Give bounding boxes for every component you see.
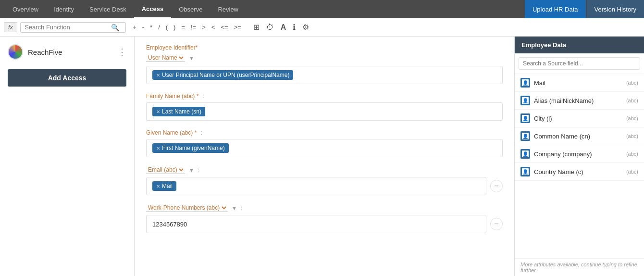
given-chip-label: First Name (givenName) xyxy=(162,145,225,151)
employee-item-name: Mail xyxy=(534,79,622,87)
version-history-button[interactable]: Version History xyxy=(587,0,644,18)
employee-data-search-input[interactable] xyxy=(519,57,640,70)
employee-identifier-field-group: Employee Identifier* User Name ▼ ✕ User … xyxy=(146,44,503,84)
clock-icon-btn[interactable]: ⏱ xyxy=(264,22,276,33)
fx-badge: fx xyxy=(4,22,17,32)
remove-work-phone-button[interactable]: − xyxy=(490,218,503,230)
given-name-colon: : xyxy=(200,129,202,136)
op-divide[interactable]: / xyxy=(156,23,162,32)
employee-icon: 👤 xyxy=(520,113,530,123)
app-name: ReachFive xyxy=(28,48,62,56)
chip-x-icon[interactable]: ✕ xyxy=(156,73,160,78)
email-label: Email (abc) ▼ : xyxy=(146,166,503,174)
nav-item-identity[interactable]: Identity xyxy=(46,0,82,18)
employee-data-item[interactable]: 👤 City (l) (abc) xyxy=(515,110,644,127)
chip-label: User Principal Name or UPN (userPrincipa… xyxy=(162,72,289,78)
op-greater[interactable]: > xyxy=(200,23,208,32)
employee-icon: 👤 xyxy=(520,167,530,176)
family-name-label: Family Name (abc) * : xyxy=(146,93,503,100)
employee-item-type: (abc) xyxy=(626,151,638,157)
op-equals[interactable]: = xyxy=(179,23,187,32)
email-dropdown-arrow: ▼ xyxy=(189,167,194,173)
given-name-chip[interactable]: ✕ First Name (givenName) xyxy=(152,143,229,153)
family-name-input-box: ✕ Last Name (sn) xyxy=(146,102,503,121)
employee-item-type: (abc) xyxy=(626,98,638,103)
work-phone-value: 1234567890 xyxy=(152,221,187,228)
user-name-select[interactable]: User Name xyxy=(146,54,185,62)
employee-data-item[interactable]: 👤 Common Name (cn) (abc) xyxy=(515,127,644,145)
employee-item-type: (abc) xyxy=(626,115,638,121)
settings-icon-btn[interactable]: ⚙ xyxy=(300,22,311,33)
op-not-equals[interactable]: != xyxy=(189,23,198,32)
family-chip-x[interactable]: ✕ xyxy=(156,109,160,114)
email-input-box: ✕ Mail xyxy=(146,177,486,195)
op-less-equal[interactable]: <= xyxy=(219,23,230,32)
nav-item-observe[interactable]: Observe xyxy=(171,0,210,18)
upload-hr-data-button[interactable]: Upload HR Data xyxy=(525,0,586,18)
op-open-paren[interactable]: ( xyxy=(164,23,170,32)
given-name-label: Given Name (abc) * : xyxy=(146,129,503,136)
employee-data-panel: Employee Data 👤 Mail (abc) 👤 Alias (mail… xyxy=(514,37,644,276)
family-name-chip[interactable]: ✕ Last Name (sn) xyxy=(152,107,205,116)
nav-item-overview[interactable]: Overview xyxy=(5,0,46,18)
family-name-input-row: ✕ Last Name (sn) xyxy=(146,102,503,121)
op-less[interactable]: < xyxy=(210,23,217,32)
nav-item-service-desk[interactable]: Service Desk xyxy=(82,0,134,18)
email-input-row: ✕ Mail − xyxy=(146,177,503,195)
nav-item-access[interactable]: Access xyxy=(134,0,172,18)
employee-data-item[interactable]: 👤 Mail (abc) xyxy=(515,74,644,92)
search-function-input-wrap: 🔍 xyxy=(20,22,126,33)
dropdown-arrow: ▼ xyxy=(189,55,194,61)
info-icon-btn[interactable]: ℹ xyxy=(290,22,298,33)
search-icon: 🔍 xyxy=(111,24,119,31)
employee-identifier-label: Employee Identifier* xyxy=(146,44,503,51)
formula-operators: + - * / ( ) = != > < <= >= ⊞ ⏱ A ℹ ⚙ xyxy=(131,22,311,33)
family-name-field-group: Family Name (abc) * : ✕ Last Name (sn) xyxy=(146,93,503,121)
employee-data-item[interactable]: 👤 Company (company) (abc) xyxy=(515,145,644,163)
op-multiply[interactable]: * xyxy=(148,23,154,32)
given-name-input-box: ✕ First Name (givenName) xyxy=(146,139,503,157)
email-field-group: Email (abc) ▼ : ✕ Mail − xyxy=(146,166,503,195)
employee-icon: 👤 xyxy=(520,149,530,159)
op-greater-equal[interactable]: >= xyxy=(232,23,243,32)
nav-item-review[interactable]: Review xyxy=(210,0,246,18)
employee-item-name: Company (company) xyxy=(534,151,622,158)
email-select[interactable]: Email (abc) xyxy=(146,166,185,174)
work-phone-field-group: Work-Phone Numbers (abc) ▼ : 1234567890 … xyxy=(146,204,503,233)
employee-data-header: Employee Data xyxy=(515,37,644,53)
sidebar: ReachFive ⋮ Add Access xyxy=(0,37,135,276)
email-colon: : xyxy=(198,167,199,174)
email-chip[interactable]: ✕ Mail xyxy=(152,181,176,191)
work-phone-dropdown-arrow: ▼ xyxy=(232,205,237,211)
work-phone-colon: : xyxy=(241,205,242,212)
remove-email-button[interactable]: − xyxy=(490,180,503,192)
given-name-input-row: ✕ First Name (givenName) xyxy=(146,139,503,157)
text-icon-btn[interactable]: A xyxy=(278,22,289,33)
work-phone-input-box: 1234567890 xyxy=(146,215,486,233)
work-phone-select[interactable]: Work-Phone Numbers (abc) xyxy=(146,204,228,212)
op-plus[interactable]: + xyxy=(131,23,138,32)
op-minus[interactable]: - xyxy=(140,23,146,32)
sidebar-header: ReachFive ⋮ xyxy=(8,44,126,60)
search-function-input[interactable] xyxy=(25,24,111,31)
employee-item-name: Alias (mailNickName) xyxy=(534,97,622,104)
given-name-field-group: Given Name (abc) * : ✕ First Name (given… xyxy=(146,129,503,157)
employee-data-item[interactable]: 👤 Alias (mailNickName) (abc) xyxy=(515,92,644,110)
employee-data-list: 👤 Mail (abc) 👤 Alias (mailNickName) (abc… xyxy=(515,74,644,258)
employee-item-name: City (l) xyxy=(534,115,622,122)
user-name-chip[interactable]: ✕ User Principal Name or UPN (userPrinci… xyxy=(152,70,293,80)
email-chip-label: Mail xyxy=(162,183,173,189)
add-access-button[interactable]: Add Access xyxy=(8,69,126,87)
employee-item-type: (abc) xyxy=(626,133,638,139)
employee-item-name: Country Name (c) xyxy=(534,168,622,176)
email-chip-x[interactable]: ✕ xyxy=(156,184,160,189)
employee-item-name: Common Name (cn) xyxy=(534,133,622,140)
given-chip-x[interactable]: ✕ xyxy=(156,146,160,151)
user-name-input-box: ✕ User Principal Name or UPN (userPrinci… xyxy=(146,66,503,84)
op-close-paren[interactable]: ) xyxy=(172,23,177,32)
employee-data-item[interactable]: 👤 Country Name (c) (abc) xyxy=(515,163,644,181)
grid-icon-btn[interactable]: ⊞ xyxy=(251,22,262,33)
family-name-colon: : xyxy=(202,93,204,100)
sidebar-menu-icon[interactable]: ⋮ xyxy=(118,47,126,57)
employee-data-search-wrap xyxy=(515,53,644,74)
